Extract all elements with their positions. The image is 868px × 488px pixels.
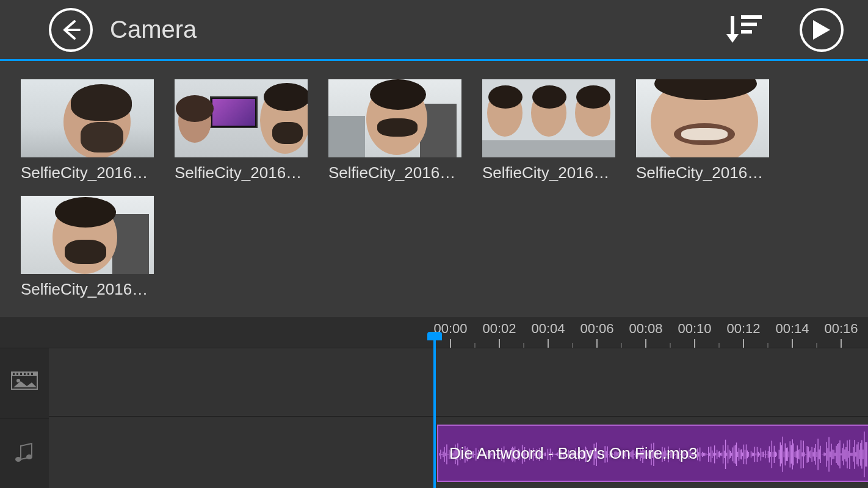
- ruler-tick-label: 00:14: [775, 321, 809, 337]
- media-thumbnail: [175, 79, 308, 157]
- svg-rect-9: [20, 373, 22, 375]
- timeline: 00:0000:0200:0400:0600:0800:1000:1200:14…: [0, 317, 868, 488]
- svg-rect-7: [13, 373, 15, 375]
- play-button[interactable]: [800, 8, 844, 52]
- media-item[interactable]: SelfieCity_20160…: [636, 79, 769, 182]
- ruler-tick-label: 00:16: [824, 321, 858, 337]
- track-headers: [0, 348, 49, 488]
- media-item-label: SelfieCity_20160…: [175, 163, 308, 182]
- page-title: Camera: [110, 16, 197, 43]
- back-button[interactable]: [49, 8, 93, 52]
- image-track-icon: [11, 371, 38, 395]
- media-thumbnail: [21, 196, 154, 274]
- music-track-icon: [13, 442, 35, 464]
- ruler-tick-label: 00:06: [580, 321, 613, 337]
- media-item-label: SelfieCity_20160…: [482, 163, 615, 182]
- media-item-label: SelfieCity_20160…: [636, 163, 769, 182]
- media-item[interactable]: SelfieCity_20160…: [21, 196, 154, 299]
- audio-track-header[interactable]: [0, 418, 49, 488]
- audio-clip-label: Die Antwoord - Baby's On Fire.mp3: [449, 444, 698, 463]
- track-content[interactable]: Die Antwoord - Baby's On Fire.mp3: [49, 348, 868, 488]
- svg-rect-8: [16, 373, 18, 375]
- media-thumbnail: [328, 79, 461, 157]
- arrow-left-icon: [59, 18, 83, 42]
- svg-point-17: [26, 454, 32, 459]
- svg-rect-11: [27, 373, 29, 375]
- ruler-tick-label: 00:08: [629, 321, 662, 337]
- audio-clip[interactable]: Die Antwoord - Baby's On Fire.mp3: [437, 425, 868, 482]
- ruler-tick-label: 00:04: [531, 321, 565, 337]
- media-item-label: SelfieCity_20160…: [21, 280, 154, 299]
- header: Camera: [0, 0, 868, 61]
- video-track-header[interactable]: [0, 348, 49, 418]
- ruler-tick-label: 00:10: [678, 321, 711, 337]
- media-item[interactable]: SelfieCity_20160…: [328, 79, 461, 182]
- playhead[interactable]: [433, 340, 436, 488]
- video-track[interactable]: [49, 348, 868, 416]
- media-item-label: SelfieCity_20160…: [328, 163, 461, 182]
- svg-rect-10: [24, 373, 26, 375]
- media-grid: SelfieCity_20160… SelfieCity_20160… Self…: [0, 61, 868, 317]
- media-item[interactable]: SelfieCity_20160…: [482, 79, 615, 182]
- media-item-label: SelfieCity_20160…: [21, 163, 154, 182]
- sort-icon: [725, 12, 763, 45]
- media-item[interactable]: SelfieCity_20160…: [175, 79, 308, 182]
- svg-point-13: [16, 379, 20, 382]
- sort-button[interactable]: [725, 12, 763, 48]
- svg-rect-12: [31, 373, 33, 375]
- svg-point-16: [15, 457, 21, 462]
- media-thumbnail: [21, 79, 154, 157]
- media-item[interactable]: SelfieCity_20160…: [21, 79, 154, 182]
- ruler-tick-label: 00:02: [482, 321, 516, 337]
- ruler-tick-label: 00:12: [726, 321, 760, 337]
- media-thumbnail: [636, 79, 769, 157]
- media-thumbnail: [482, 79, 615, 157]
- play-icon: [812, 19, 831, 41]
